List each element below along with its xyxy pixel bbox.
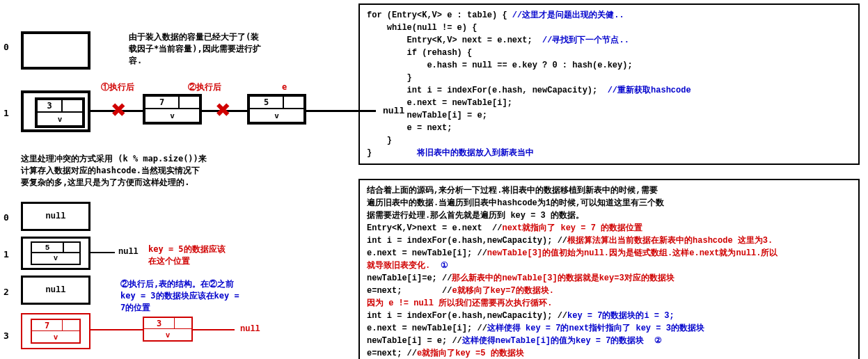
code-line: } — [367, 136, 392, 145]
analysis-red: e就移向了key=7的数据块. — [452, 286, 553, 296]
code-line: while(null != e) { — [367, 23, 477, 33]
null-label: null — [383, 106, 404, 116]
circle-2: ② — [654, 335, 662, 347]
node-key3: 3 v — [35, 97, 85, 128]
code-comment: 将旧表中的数据放入到新表当中 — [417, 148, 534, 158]
code-line: for (Entry<K,V> e : table) { — [367, 10, 512, 20]
code-line: int i = indexFor(e.hash, newCapacity); — [367, 86, 608, 95]
code-line: Entry<K,V> next = e.next; — [367, 35, 542, 45]
table2-slot-3: 7 v — [21, 313, 90, 349]
code-comment: //重新获取hashcode — [608, 86, 691, 95]
table2-slot-0: null — [21, 202, 90, 231]
code-comment: //这里才是问题出现的关健.. — [512, 10, 624, 20]
cross-icon: ✖ — [216, 97, 231, 122]
analysis-red: 因为 e != null 所以我们还需要再次执行循环. — [367, 298, 552, 308]
analysis-line: newTable[i] = e; // — [367, 336, 462, 346]
cross-icon: ✖ — [111, 97, 127, 122]
null-label: null — [118, 247, 139, 257]
index-2: 2 — [3, 287, 9, 297]
null-label: null — [240, 324, 260, 334]
analysis-para: 结合着上面的源码,来分析一下过程.将旧表中的数据移植到新表中的时候,需要 遍历旧… — [367, 186, 664, 221]
analysis-blue: 这样使得newTable[i]的值为key = 7的数据块 — [462, 336, 654, 346]
node2-key3-val: v — [144, 329, 191, 340]
analysis-red: newTable[3]的值初始为null.因为是链式数组.这样e.next就为n… — [487, 248, 778, 258]
table-slot-0 — [21, 31, 90, 70]
analysis-blue: key = 7的数据块的i = 3; — [567, 311, 674, 321]
index-1: 1 — [3, 249, 9, 260]
analysis-block: 结合着上面的源码,来分析一下过程.将旧表中的数据移植到新表中的时候,需要 遍历旧… — [358, 179, 860, 359]
label-e: e — [282, 81, 287, 93]
intro-text: 由于装入数据的容量已经大于了(装 载因子*当前容量),因此需要进行扩 容. — [129, 31, 338, 66]
analysis-line: Entry<K,V>next = e.next // — [367, 223, 502, 233]
table2-slot-1: 5 v — [21, 237, 90, 270]
node2-key7: 7 v — [31, 319, 81, 344]
node-key5-val: v — [250, 109, 303, 122]
node-key7: 7 v — [143, 94, 202, 125]
note-after-exec2: ②执行后,表的结构。在②之前 key = 3的数据块应该在key = 7的位置 — [120, 278, 294, 313]
index-1: 1 — [3, 108, 9, 118]
analysis-line: int i = indexFor(e.hash,newCapacity); // — [367, 311, 567, 321]
node-key5: 5 v — [247, 94, 306, 125]
diagram-rehash-before: 0 1 由于装入数据的容量已经大于了(装 载因子*当前容量),因此需要进行扩 容… — [3, 3, 352, 153]
code-line: e.hash = null == e.key ? 0 : hash(e.key)… — [367, 61, 633, 70]
analysis-line: e=next; // — [367, 286, 452, 296]
analysis-red: 那么新表中的newTable[3]的数据就是key=3对应的数据块 — [452, 273, 674, 283]
analysis-line: e.next = newTable[i]; // — [367, 324, 487, 333]
node2-key5-val: v — [32, 253, 79, 264]
index-3: 3 — [3, 330, 9, 341]
analysis-line: e=next; // — [367, 349, 417, 358]
code-comment: //寻找到下一个节点.. — [542, 35, 629, 45]
code-line: e = next; — [367, 123, 452, 133]
analysis-line: newTable[i]=e; // — [367, 273, 452, 283]
analysis-blue: 这样使得 key = 7的next指针指向了 key = 3的数据块 — [487, 324, 704, 333]
node2-key3: 3 v — [143, 317, 193, 342]
circle-1: ① — [441, 260, 448, 272]
node2-key3-key: 3 — [144, 318, 175, 328]
index-0: 0 — [3, 212, 9, 223]
analysis-red: e就指向了key =5 的数据块 — [417, 349, 524, 358]
analysis-red: 根据算法算出当前数据在新表中的hashcode 这里为3. — [567, 236, 773, 246]
code-block: for (Entry<K,V> e : table) { //这里才是问题出现的… — [358, 3, 860, 165]
code-line: } — [367, 73, 412, 83]
analysis-red: 就导致旧表变化. — [367, 261, 441, 271]
hash-note: 这里处理冲突的方式采用 (k % map.size())来 计算存入数据对应的h… — [21, 153, 313, 188]
analysis-red: next就指向了 key = 7 的数据位置 — [502, 223, 642, 233]
node-key7-val: v — [145, 109, 199, 122]
index-0: 0 — [3, 42, 9, 52]
node2-key7-val: v — [32, 331, 79, 342]
node-key5-key: 5 — [250, 97, 284, 108]
table2-slot-2: null — [21, 276, 90, 305]
node-key3-val: v — [38, 113, 82, 125]
node2-key5: 5 v — [31, 241, 81, 265]
code-line: if (rehash) { — [367, 48, 472, 58]
analysis-line: e.next = newTable[i]; // — [367, 248, 487, 258]
label-exec1: ①执行后 — [101, 81, 134, 93]
label-exec2: ②执行后 — [188, 81, 221, 93]
node-key3-key: 3 — [38, 100, 63, 111]
note-key5: key = 5的数据应该 在这个位置 — [148, 244, 274, 267]
analysis-line: int i = indexFor(e.hash,newCapacity); // — [367, 236, 567, 246]
node-key7-key: 7 — [145, 97, 180, 108]
diagram-rehash-after: 0 1 2 3 null 5 v null 7 v null — [3, 202, 352, 359]
node2-key7-key: 7 — [32, 320, 63, 330]
code-line: } — [367, 148, 417, 158]
node2-key5-key: 5 — [32, 243, 64, 252]
